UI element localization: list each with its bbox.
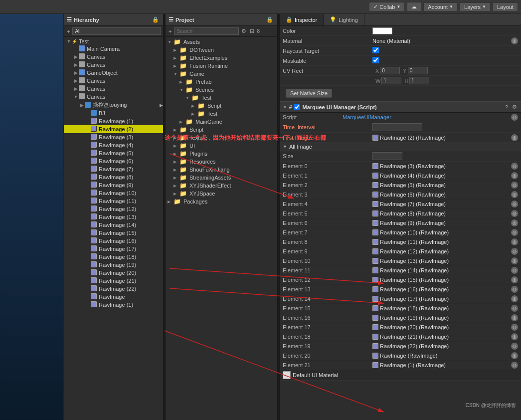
folder-plugins[interactable]: ▶ 📁 Plugins bbox=[166, 150, 277, 158]
folder-shoufuxinjiang[interactable]: ▶ 📁 ShouFuXinJiang bbox=[166, 166, 277, 174]
element-select-btn-3[interactable]: ◎ bbox=[511, 191, 518, 198]
element-select-btn-15[interactable]: ◎ bbox=[511, 305, 518, 312]
folder-script[interactable]: ▶ 📁 Script bbox=[166, 126, 277, 134]
project-lock-btn[interactable]: 🔒 bbox=[265, 16, 274, 23]
tree-item-canvas-1[interactable]: ▶ Canvas bbox=[64, 53, 163, 61]
tree-item-rawimage-15[interactable]: RawImage (15) bbox=[64, 229, 163, 237]
tree-item-rawimage-11[interactable]: RawImage (11) bbox=[64, 197, 163, 205]
project-search-input[interactable] bbox=[174, 27, 239, 35]
tab-inspector[interactable]: 🔒 Inspector bbox=[280, 14, 324, 25]
uvrect-y-input[interactable] bbox=[408, 67, 428, 74]
color-swatch[interactable] bbox=[372, 27, 392, 34]
hierarchy-search-input[interactable] bbox=[72, 27, 161, 35]
element-select-btn-16[interactable]: ◎ bbox=[511, 314, 518, 321]
uvrect-h-input[interactable] bbox=[409, 77, 429, 84]
folder-fusion[interactable]: ▶ 📁 Fusion Runtime bbox=[166, 62, 277, 70]
folder-test-nested[interactable]: ▶ 📁 Test bbox=[166, 110, 277, 118]
folder-resources[interactable]: ▶ 📁 Resources bbox=[166, 158, 277, 166]
size-input[interactable]: 22 bbox=[372, 152, 402, 160]
tree-item-rawimage-10[interactable]: RawImage (10) bbox=[64, 189, 163, 197]
tree-item-rawimage-8[interactable]: RawImage (8) bbox=[64, 173, 163, 181]
project-filter-btn[interactable]: ⚙ bbox=[240, 27, 247, 35]
element-select-btn-19[interactable]: ◎ bbox=[511, 343, 518, 350]
tree-item-rawimage-19[interactable]: RawImage (19) bbox=[64, 261, 163, 269]
folder-xyjspace[interactable]: ▶ 📁 XYJSpace bbox=[166, 190, 277, 198]
tree-item-rawimage-9[interactable]: RawImage (9) bbox=[64, 181, 163, 189]
element-select-btn-4[interactable]: ◎ bbox=[511, 201, 518, 208]
element-select-btn-12[interactable]: ◎ bbox=[511, 276, 518, 283]
element-select-btn-8[interactable]: ◎ bbox=[511, 238, 518, 245]
tree-item-rawimage-7[interactable]: RawImage (7) bbox=[64, 165, 163, 173]
folder-test[interactable]: ▼ 📁 Test bbox=[166, 94, 277, 102]
hierarchy-lock-btn[interactable]: 🔒 bbox=[151, 16, 160, 23]
tree-item-rawimage-22[interactable]: RawImage (22) bbox=[64, 285, 163, 293]
native-size-btn[interactable]: Set Native Size bbox=[286, 89, 332, 98]
tree-item-rawimage-21[interactable]: RawImage (21) bbox=[64, 277, 163, 285]
hierarchy-add-btn[interactable]: + bbox=[66, 28, 71, 35]
tree-item-rawimage-5[interactable]: RawImage (5) bbox=[64, 149, 163, 157]
tree-item-rawimage-14[interactable]: RawImage (14) bbox=[64, 221, 163, 229]
element-select-btn-7[interactable]: ◎ bbox=[511, 229, 518, 236]
folder-xyjshadereffect[interactable]: ▶ 📁 XYJShaderEffect bbox=[166, 182, 277, 190]
tree-item-main-camera[interactable]: Main Camera bbox=[64, 45, 163, 53]
tree-item-test[interactable]: ▼ ⚡ Test bbox=[64, 38, 163, 45]
folder-game[interactable]: ▼ 📁 Game bbox=[166, 70, 277, 78]
element-select-btn-9[interactable]: ◎ bbox=[511, 248, 518, 255]
tree-item-canvas-5[interactable]: ▼ Canvas bbox=[64, 93, 163, 101]
element-select-btn-20[interactable]: ◎ bbox=[511, 352, 518, 359]
script-help-btn[interactable]: ? bbox=[504, 103, 509, 111]
element-select-btn-0[interactable]: ◎ bbox=[511, 163, 518, 170]
tree-item-caokonpan[interactable]: ▶ 操控盘touying ▶ bbox=[64, 101, 163, 109]
script-value[interactable]: MarqueeUIManager bbox=[343, 114, 511, 120]
tree-item-canvas-4[interactable]: ▶ Canvas bbox=[64, 85, 163, 93]
tree-item-canvas-2[interactable]: ▶ Canvas bbox=[64, 61, 163, 69]
element-select-btn-6[interactable]: ◎ bbox=[511, 219, 518, 226]
tree-item-canvas-3[interactable]: ▶ Canvas bbox=[64, 77, 163, 85]
folder-assets[interactable]: ▼ 📁 Assets bbox=[166, 38, 277, 46]
folder-script-nested[interactable]: ▶ 📁 Script bbox=[166, 102, 277, 110]
tree-item-rawimage-1[interactable]: RawImage (1) bbox=[64, 117, 163, 125]
raycast-checkbox[interactable] bbox=[372, 47, 379, 53]
tree-item-rawimage-4[interactable]: RawImage (4) bbox=[64, 141, 163, 149]
folder-maingame[interactable]: ▶ 📁 MainGame bbox=[166, 118, 277, 126]
time-interval-input[interactable]: 0.05 bbox=[372, 123, 422, 131]
folder-scenes[interactable]: ▼ 📁 Scenes bbox=[166, 86, 277, 94]
maskable-checkbox[interactable] bbox=[372, 57, 379, 63]
collab-button[interactable]: ✓ Collab ▼ bbox=[369, 2, 405, 11]
tree-item-rawimage-12[interactable]: RawImage (12) bbox=[64, 205, 163, 213]
tab-lighting[interactable]: 💡 Lighting bbox=[324, 14, 364, 25]
tree-item-rawimage-6[interactable]: RawImage (6) bbox=[64, 157, 163, 165]
cloud-button[interactable]: ☁ bbox=[407, 2, 421, 11]
script-gear-btn[interactable]: ⚙ bbox=[511, 103, 518, 111]
uvrect-w-input[interactable] bbox=[381, 77, 401, 84]
tree-item-rawimage-20[interactable]: RawImage (20) bbox=[64, 269, 163, 277]
element-select-btn-5[interactable]: ◎ bbox=[511, 210, 518, 217]
tree-item-bj[interactable]: BJ bbox=[64, 109, 163, 117]
tree-item-rawimage-plain[interactable]: RawImage bbox=[64, 293, 163, 301]
script-enable-checkbox[interactable] bbox=[294, 104, 300, 110]
folder-prefab[interactable]: ▶ 📁 Prefab bbox=[166, 78, 277, 86]
element-select-btn-1[interactable]: ◎ bbox=[511, 172, 518, 179]
element-select-btn-18[interactable]: ◎ bbox=[511, 333, 518, 340]
project-add-btn[interactable]: + bbox=[168, 28, 173, 35]
tree-item-rawimage-1b[interactable]: RawImage (1) bbox=[64, 301, 163, 309]
tree-item-rawimage-17[interactable]: RawImage (17) bbox=[64, 245, 163, 253]
account-button[interactable]: Account ▼ bbox=[423, 2, 458, 11]
first-image-select-btn[interactable]: ◎ bbox=[511, 134, 518, 141]
uvrect-x-input[interactable] bbox=[380, 67, 400, 74]
tree-item-rawimage-16[interactable]: RawImage (16) bbox=[64, 237, 163, 245]
element-select-btn-11[interactable]: ◎ bbox=[511, 267, 518, 274]
tree-item-gameobject[interactable]: ▶ GameObject bbox=[64, 69, 163, 77]
folder-effectexamples[interactable]: ▶ 📁 EffectExamples bbox=[166, 54, 277, 62]
project-view-btn[interactable]: ⊞ bbox=[249, 27, 255, 35]
tree-item-rawimage-13[interactable]: RawImage (13) bbox=[64, 213, 163, 221]
folder-packages[interactable]: ▶ 📁 Packages bbox=[166, 198, 277, 206]
folder-ui[interactable]: ▶ 📁 UI bbox=[166, 142, 277, 150]
folder-dotween[interactable]: ▶ 📁 DOTween bbox=[166, 46, 277, 54]
tree-item-rawimage-3[interactable]: RawImage (3) bbox=[64, 133, 163, 141]
tree-item-rawimage-2-selected[interactable]: RawImage (2) bbox=[64, 125, 163, 133]
element-select-btn-21[interactable]: ◎ bbox=[511, 362, 518, 369]
tree-item-rawimage-18[interactable]: RawImage (18) bbox=[64, 253, 163, 261]
script-select-btn[interactable]: ◎ bbox=[511, 114, 518, 121]
element-select-btn-13[interactable]: ◎ bbox=[511, 286, 518, 293]
